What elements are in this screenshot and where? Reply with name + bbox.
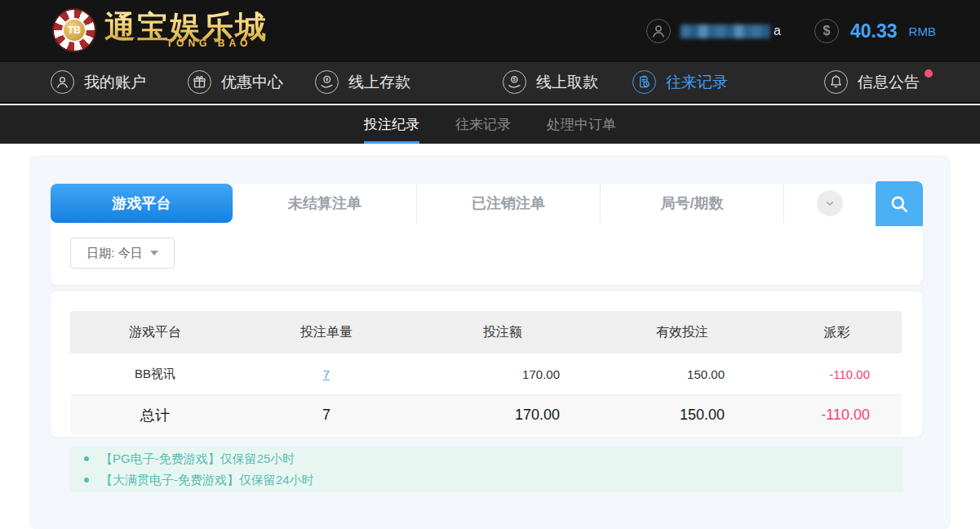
main-nav: 我的账户 优惠中心 ¥ 线上存款 $ 线上取款 往来记录: [0, 62, 980, 104]
svg-text:$: $: [513, 76, 517, 82]
sub-nav: 投注纪录 往来记录 处理中订单: [0, 105, 980, 144]
user-avatar-icon: [646, 19, 671, 43]
tab-round-number[interactable]: 局号/期数: [600, 184, 783, 223]
withdraw-coin-hand-icon: $: [503, 70, 526, 94]
svg-text:¥: ¥: [326, 76, 329, 82]
col-header-bet-amount: 投注额: [413, 311, 592, 353]
nav-label: 优惠中心: [221, 72, 283, 93]
gift-icon: [188, 70, 211, 94]
notice-text: 【大满贯电子-免费游戏】仅保留24小时: [100, 473, 314, 488]
date-filter-label: 日期: 今日: [86, 246, 142, 261]
total-bet-count: 7: [240, 395, 413, 435]
cell-valid-bet: 150.00: [592, 353, 772, 394]
brand-chip-logo: TB: [52, 8, 96, 52]
total-valid-bet: 150.00: [592, 395, 772, 435]
bullet-dot-icon: [84, 456, 89, 461]
notice-text: 【PG电子-免费游戏】仅保留25小时: [100, 451, 295, 467]
nav-item-my-account[interactable]: 我的账户: [51, 62, 146, 102]
chevron-down-icon: [817, 190, 843, 216]
cell-bet-amount: 170.00: [413, 353, 592, 394]
nav-item-promotions[interactable]: 优惠中心: [188, 62, 283, 102]
brand-name-en: TONG BAO: [166, 38, 251, 49]
username-suffix: a: [774, 24, 781, 38]
nav-item-deposit[interactable]: ¥ 线上存款: [315, 62, 410, 102]
cell-payout: -110.00: [772, 353, 902, 394]
dollar-coin-icon: $: [814, 19, 839, 43]
cell-bet-count: 7: [240, 353, 413, 394]
nav-label: 我的账户: [84, 72, 146, 93]
filter-tabs-card: 游戏平台 未结算注单 已注销注单 局号/期数: [51, 184, 923, 285]
date-filter-dropdown[interactable]: 日期: 今日: [70, 238, 175, 269]
tab-cancelled-bets[interactable]: 已注销注单: [416, 184, 600, 223]
table-header-row: 游戏平台 投注单量 投注额 有效投注 派彩: [70, 311, 902, 353]
col-header-valid-bet: 有效投注: [592, 311, 772, 353]
notice-line: 【PG电子-免费游戏】仅保留25小时: [69, 451, 903, 467]
notification-dot: [925, 69, 933, 78]
search-button[interactable]: [876, 181, 923, 226]
table-row: BB视讯 7 170.00 150.00 -110.00: [70, 353, 902, 394]
total-label: 总计: [70, 395, 240, 435]
balance-currency: RMB: [909, 24, 936, 38]
total-payout: -110.00: [772, 395, 902, 435]
bet-count-link[interactable]: 7: [323, 367, 330, 381]
nav-item-records[interactable]: 往来记录: [632, 62, 728, 102]
search-icon: [889, 193, 910, 215]
top-header: TB 通宝娱乐城 TONG BAO a $ 40.33 RMB: [0, 0, 980, 62]
notice-line: 【大满贯电子-免费游戏】仅保留24小时: [69, 473, 903, 488]
notice-panel: 【PG电子-免费游戏】仅保留25小时 【大满贯电子-免费游戏】仅保留24小时: [69, 447, 903, 492]
deposit-coin-hand-icon: ¥: [315, 70, 339, 94]
col-header-payout: 派彩: [772, 311, 902, 353]
brand-chip-text: TB: [62, 18, 86, 42]
col-header-bet-count: 投注单量: [240, 311, 413, 353]
subnav-tab-bet-records[interactable]: 投注纪录: [364, 105, 419, 144]
username-censored: [681, 24, 770, 38]
page: TB 通宝娱乐城 TONG BAO a $ 40.33 RMB 我的账户: [0, 0, 980, 529]
total-bet-amount: 170.00: [413, 395, 592, 435]
user-icon: [51, 70, 74, 94]
results-table: 游戏平台 投注单量 投注额 有效投注 派彩 BB视讯 7 170.00 150.…: [70, 311, 902, 435]
nav-label: 往来记录: [666, 72, 728, 93]
table-total-row: 总计 7 170.00 150.00 -110.00: [70, 394, 902, 435]
cell-platform: BB视讯: [70, 353, 240, 394]
nav-item-announcements[interactable]: 信息公告: [824, 62, 920, 102]
bullet-dot-icon: [84, 478, 89, 482]
tab-game-platform[interactable]: 游戏平台: [51, 184, 233, 223]
balance-amount: 40.33: [850, 20, 898, 42]
tab-unsettled-bets[interactable]: 未结算注单: [233, 184, 416, 223]
nav-item-withdraw[interactable]: $ 线上取款: [503, 62, 598, 102]
subnav-tab-processing-orders[interactable]: 处理中订单: [547, 105, 616, 144]
col-header-platform: 游戏平台: [70, 311, 240, 353]
triangle-down-icon: [150, 251, 158, 256]
results-table-card: 游戏平台 投注单量 投注额 有效投注 派彩 BB视讯 7 170.00 150.…: [51, 291, 922, 437]
dropdown-toggle[interactable]: [783, 184, 876, 223]
bell-icon: [824, 70, 848, 94]
subnav-tab-transactions[interactable]: 往来记录: [455, 105, 511, 144]
balance-area[interactable]: $ 40.33 RMB: [814, 0, 936, 62]
nav-label: 信息公告: [858, 72, 920, 93]
account-info[interactable]: a: [646, 0, 781, 62]
nav-label: 线上存款: [348, 72, 410, 93]
nav-label: 线上取款: [536, 72, 598, 93]
records-clipboard-icon: [632, 70, 656, 94]
